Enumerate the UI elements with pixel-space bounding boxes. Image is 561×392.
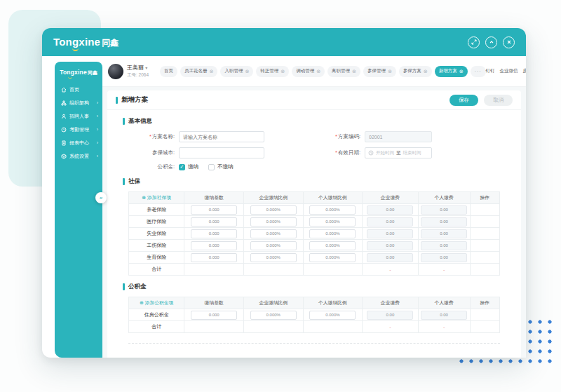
tab-insurance-plan[interactable]: 参保方案 ⊗ [399, 66, 432, 77]
tab-insurance-management[interactable]: 参保管理 ⊗ [363, 66, 396, 77]
base-input[interactable] [191, 241, 237, 250]
personal-ratio-input[interactable] [309, 241, 356, 250]
sidebar-item-reports[interactable]: 报表中心 › [55, 136, 102, 149]
personal-ratio-input[interactable] [309, 229, 356, 238]
close-window-button[interactable] [503, 36, 515, 48]
skin-menu[interactable]: 皮肤▾ [523, 68, 526, 74]
plan-code-label: *方案编码: [314, 133, 360, 140]
personal-ratio-input[interactable] [309, 253, 356, 262]
sidebar-logo-smile-icon [68, 76, 72, 79]
operation-cell [470, 321, 499, 333]
base-input[interactable] [191, 217, 237, 227]
user-info[interactable]: 王美丽 ▾ 工号: 2064 [127, 64, 149, 79]
tab-close-icon[interactable]: ⊗ [459, 69, 464, 74]
corp-ratio-input[interactable] [250, 311, 297, 320]
add-social-item-button[interactable]: ⊕添加社保项 [142, 194, 171, 201]
section-accent-bar [123, 178, 125, 185]
logo-smile-icon [72, 48, 79, 51]
tab-label: 调动管理 [296, 68, 314, 74]
chevron-up-icon [489, 39, 494, 45]
cancel-button[interactable]: 取消 [484, 95, 513, 106]
tab-close-icon[interactable]: ⊗ [280, 69, 285, 74]
total-corp-fee: - [363, 264, 418, 276]
plus-icon: ⊕ [140, 300, 144, 306]
total-label: 合计 [129, 321, 184, 333]
more-tabs-button[interactable]: ··· [471, 66, 486, 77]
close-icon [506, 39, 512, 45]
dingtalk-link[interactable]: 钉钉 [486, 68, 495, 74]
sidebar-collapse-button[interactable]: « [95, 192, 107, 203]
tab-transfer[interactable]: 调动管理 ⊗ [292, 66, 325, 77]
corp-ratio-input[interactable] [250, 205, 297, 215]
tab-employee-roster[interactable]: 员工花名册 ⊗ [180, 66, 217, 77]
operation-cell [470, 252, 499, 264]
employee-number: 工号: 2064 [127, 72, 149, 79]
base-input[interactable] [191, 205, 237, 215]
page-title: 新增方案 [121, 95, 148, 104]
tab-close-icon[interactable]: ⊗ [210, 69, 214, 74]
add-fund-item-button[interactable]: ⊕添加公积金项 [140, 299, 173, 306]
end-date-placeholder: 结束时间 [403, 150, 421, 156]
corp-fee-input [367, 241, 413, 250]
base-input[interactable] [191, 229, 237, 238]
corp-ratio-input[interactable] [250, 229, 297, 238]
chevron-down-icon: ▾ [145, 66, 147, 70]
checkbox-no-pay[interactable]: 不缴纳 [208, 163, 234, 170]
column-header: 个人缴纳比例 [303, 192, 363, 204]
app-logo: Tongxine 同鑫 [53, 36, 119, 49]
corp-ratio-input[interactable] [250, 253, 297, 262]
sidebar-item-organization[interactable]: 组织架构 › [55, 96, 102, 109]
personal-ratio-input[interactable] [309, 217, 356, 227]
insured-city-input[interactable] [179, 147, 264, 158]
chevron-right-icon: › [97, 154, 98, 158]
housing-fund-section: 公积金 ⊕添加公积金项 缴纳基数 企业缴纳比例 个人缴纳比例 企业缴费 [107, 283, 521, 333]
tab-new-plan[interactable]: 新增方案 ⊗ [435, 66, 468, 77]
personal-ratio-input[interactable] [309, 205, 356, 215]
checkbox-pay[interactable]: ✓ 缴纳 [179, 163, 198, 170]
base-input[interactable] [191, 253, 237, 262]
expand-icon [471, 39, 477, 45]
column-header: 操作 [470, 297, 499, 309]
fullscreen-button[interactable] [468, 36, 480, 48]
tab-close-icon[interactable]: ⊗ [424, 69, 428, 74]
label-text: 方案名称: [152, 133, 175, 140]
logo-text-cn: 同鑫 [102, 37, 119, 49]
sidebar-item-recruiting-hr[interactable]: 招聘人事 › [55, 109, 102, 123]
sidebar-item-settings[interactable]: 系统设置 › [55, 149, 102, 163]
row-name: 养老保险 [129, 204, 184, 216]
tab-close-icon[interactable]: ⊗ [352, 69, 356, 74]
wecom-link[interactable]: 企业微信 [500, 68, 518, 74]
column-header: 操作 [470, 192, 499, 204]
base-input[interactable] [191, 311, 237, 320]
tab-close-icon[interactable]: ⊗ [316, 69, 320, 74]
corp-ratio-input[interactable] [250, 241, 297, 250]
personal-ratio-input[interactable] [309, 311, 356, 320]
save-button[interactable]: 保存 [450, 95, 478, 106]
minimize-button[interactable] [485, 36, 497, 48]
corp-ratio-input[interactable] [250, 217, 297, 227]
total-personal-fee: - [418, 264, 470, 276]
ellipsis-icon: ··· [475, 69, 482, 74]
table-row: 工伤保险 [129, 240, 500, 252]
tab-offboarding[interactable]: 离职管理 ⊗ [327, 66, 360, 77]
required-mark: * [335, 133, 337, 140]
checkbox-unchecked-icon [208, 164, 215, 170]
tab-home[interactable]: 首页 [160, 66, 177, 77]
tab-close-icon[interactable]: ⊗ [245, 69, 249, 74]
tab-close-icon[interactable]: ⊗ [388, 69, 392, 74]
sidebar-item-attendance[interactable]: 考勤管理 › [55, 123, 102, 136]
column-header: 缴纳基数 [184, 192, 244, 204]
sidebar-item-home[interactable]: 首页 [55, 83, 102, 96]
checkbox-checked-icon: ✓ [179, 164, 185, 170]
row-name: 生育保险 [129, 252, 184, 264]
date-range-picker[interactable]: 开始时间 至 结束时间 [365, 147, 432, 158]
total-label: 合计 [129, 264, 184, 276]
content-area: 新增方案 保存 取消 基本信息 [102, 87, 526, 358]
avatar[interactable] [108, 64, 123, 79]
tab-label: 转正管理 [260, 68, 278, 74]
tab-onboarding[interactable]: 入职管理 ⊗ [220, 66, 253, 77]
plan-name-input[interactable] [179, 131, 264, 142]
tab-probation[interactable]: 转正管理 ⊗ [256, 66, 289, 77]
checkbox-label: 不缴纳 [217, 163, 234, 170]
chevron-right-icon: › [97, 114, 98, 119]
